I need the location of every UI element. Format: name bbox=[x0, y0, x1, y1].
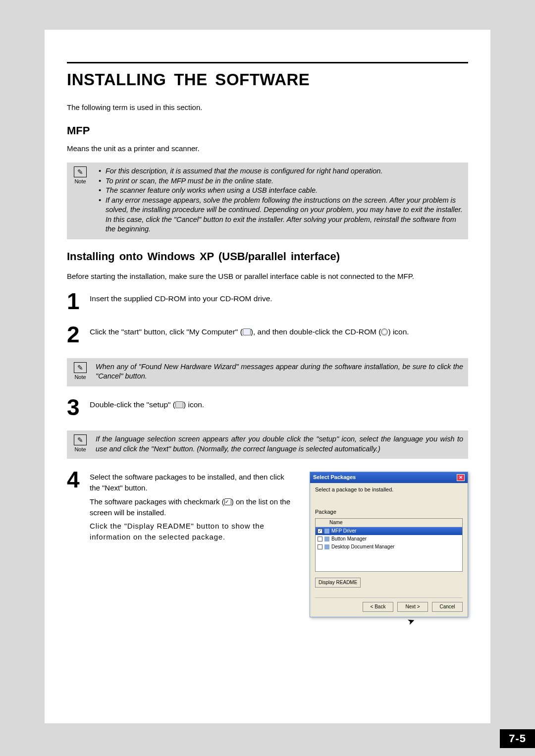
package-row-selected[interactable]: MFP Driver bbox=[316, 527, 462, 535]
package-icon bbox=[324, 544, 329, 549]
note-icon: ✎ bbox=[74, 362, 87, 373]
back-button[interactable]: < Back bbox=[363, 602, 393, 612]
select-packages-dialog: Select Packages ✕ Select a package to be… bbox=[310, 472, 468, 617]
step-4-text: Select the software packages to be insta… bbox=[90, 472, 296, 542]
package-name: Button Manager bbox=[331, 536, 367, 542]
note-2-text: When any of "Found New Hardware Wizard" … bbox=[96, 362, 463, 381]
my-computer-icon bbox=[243, 328, 251, 335]
package-icon bbox=[324, 537, 329, 541]
step-number: 2 bbox=[67, 324, 85, 345]
step-4: 4 Select the software packages to be ins… bbox=[67, 470, 468, 629]
dialog-instruction: Select a package to be installed. bbox=[315, 486, 463, 493]
step-3: 3 Double-click the "setup" () icon. bbox=[67, 397, 468, 418]
intro-text: The following term is used in this secti… bbox=[67, 103, 468, 111]
note-box-3: ✎ Note If the language selection screen … bbox=[67, 431, 468, 459]
step-number: 1 bbox=[67, 291, 85, 312]
package-row[interactable]: Button Manager bbox=[316, 535, 462, 543]
note-label: Note bbox=[72, 446, 89, 452]
cancel-button[interactable]: Cancel bbox=[432, 602, 463, 612]
package-listbox[interactable]: Name MFP Driver Button Manager bbox=[315, 518, 463, 572]
step-1: 1 Insert the supplied CD-ROM into your C… bbox=[67, 291, 468, 312]
close-button[interactable]: ✕ bbox=[457, 474, 465, 481]
page-title: INSTALLING THE SOFTWARE bbox=[67, 70, 468, 89]
display-readme-button[interactable]: Display README bbox=[315, 578, 361, 588]
note-box-2: ✎ Note When any of "Found New Hardware W… bbox=[67, 358, 468, 386]
package-checkbox[interactable] bbox=[318, 529, 322, 534]
dialog-title: Select Packages bbox=[313, 474, 356, 481]
note-list: For this description, it is assumed that… bbox=[96, 166, 463, 234]
section-lead: Before starting the installation, make s… bbox=[67, 272, 468, 280]
package-icon bbox=[324, 529, 329, 534]
page-number: 7-5 bbox=[500, 729, 535, 748]
package-label: Package bbox=[315, 508, 463, 516]
section-heading: Installing onto Windows XP (USB/parallel… bbox=[67, 250, 468, 263]
title-rule bbox=[67, 62, 468, 63]
step-2-text: Click the "start" button, click "My Comp… bbox=[90, 324, 468, 337]
note-icon: ✎ bbox=[74, 166, 87, 177]
package-name: Desktop Document Manager bbox=[331, 543, 394, 550]
column-name: Name bbox=[329, 520, 343, 525]
step-number: 4 bbox=[67, 470, 85, 490]
dialog-titlebar: Select Packages ✕ bbox=[310, 472, 468, 483]
setup-icon bbox=[175, 401, 183, 408]
note-3-text: If the language selection screen appears… bbox=[96, 434, 463, 454]
cdrom-icon bbox=[381, 328, 388, 335]
next-button[interactable]: Next > bbox=[397, 602, 428, 612]
note-box-1: ✎ Note For this description, it is assum… bbox=[67, 162, 468, 239]
note-item: For this description, it is assumed that… bbox=[99, 166, 463, 176]
step-2: 2 Click the "start" button, click "My Co… bbox=[67, 324, 468, 345]
package-checkbox[interactable] bbox=[318, 537, 322, 541]
step-number: 3 bbox=[67, 397, 85, 418]
note-icon: ✎ bbox=[74, 434, 87, 445]
note-icon-col: ✎ Note bbox=[72, 434, 89, 454]
note-label: Note bbox=[72, 374, 89, 380]
checkbox-icon: ✓ bbox=[224, 498, 231, 505]
note-icon-col: ✎ Note bbox=[72, 166, 89, 234]
note-item: The scanner feature only works when usin… bbox=[99, 186, 463, 196]
note-item: To print or scan, the MFP must be in the… bbox=[99, 176, 463, 186]
note-icon-col: ✎ Note bbox=[72, 362, 89, 381]
step-3-text: Double-click the "setup" () icon. bbox=[90, 397, 468, 410]
mfp-heading: MFP bbox=[67, 124, 468, 137]
note-item: If any error message appears, solve the … bbox=[99, 196, 463, 234]
package-checkbox[interactable] bbox=[318, 544, 322, 549]
step-1-text: Insert the supplied CD-ROM into your CD-… bbox=[90, 291, 468, 304]
note-label: Note bbox=[72, 178, 89, 184]
package-row[interactable]: Desktop Document Manager bbox=[316, 543, 462, 551]
package-name: MFP Driver bbox=[331, 528, 356, 535]
page-sheet: INSTALLING THE SOFTWARE The following te… bbox=[45, 30, 490, 723]
mfp-definition: Means the unit as a printer and scanner. bbox=[67, 144, 468, 153]
